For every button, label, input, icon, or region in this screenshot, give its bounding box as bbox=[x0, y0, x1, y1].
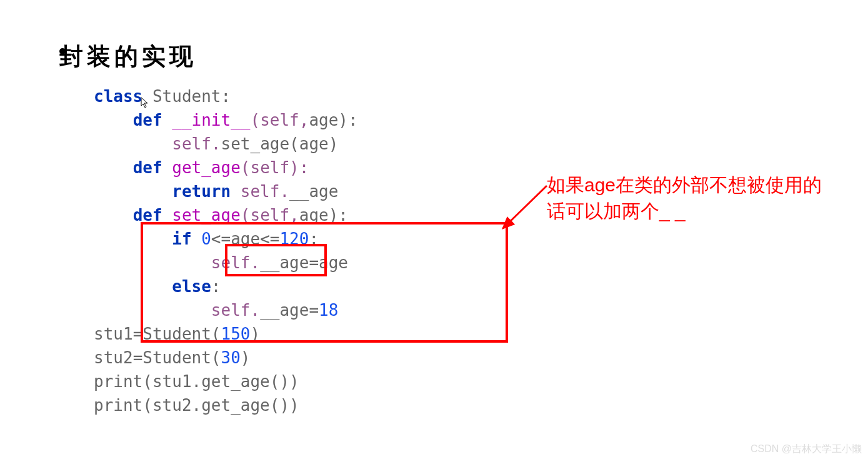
keyword: class bbox=[94, 87, 142, 106]
param: (self): bbox=[241, 158, 309, 177]
paren: ) bbox=[241, 348, 251, 367]
method: get_age bbox=[201, 372, 270, 391]
operator: <= bbox=[260, 230, 279, 248]
self-ref: self. bbox=[172, 134, 221, 153]
func-call: print bbox=[94, 396, 142, 415]
func-call: print bbox=[94, 372, 142, 391]
self-ref: self. bbox=[211, 253, 260, 272]
paren: ()) bbox=[270, 396, 299, 415]
method: get_age bbox=[201, 396, 270, 415]
operator: = bbox=[309, 301, 319, 320]
self-ref: self. bbox=[211, 301, 260, 320]
punct: : bbox=[211, 277, 221, 296]
param: age): bbox=[309, 111, 357, 129]
keyword: return bbox=[172, 182, 231, 201]
var: age bbox=[319, 253, 348, 272]
annotation-line: 话可以加两个_ _ bbox=[547, 201, 686, 221]
operator: <= bbox=[211, 230, 231, 248]
operator: = bbox=[309, 253, 319, 272]
number: 150 bbox=[221, 325, 251, 343]
paren: ( bbox=[211, 325, 221, 343]
var: stu1 bbox=[94, 325, 133, 343]
watermark: CSDN @吉林大学王小懒 bbox=[751, 443, 862, 456]
keyword: def bbox=[133, 158, 162, 177]
code-text: Student: bbox=[142, 87, 231, 106]
number: 18 bbox=[319, 301, 338, 320]
code-block: class Student: def __init__(self,age): s… bbox=[94, 84, 358, 417]
param: (self, bbox=[250, 111, 309, 129]
param: (self, bbox=[241, 206, 299, 224]
args: (age) bbox=[289, 134, 338, 153]
keyword: def bbox=[133, 206, 162, 224]
paren: ) bbox=[250, 325, 260, 343]
heading: 封装的实现 bbox=[59, 41, 197, 73]
paren: ( bbox=[211, 348, 221, 367]
function-name: get_age bbox=[162, 158, 241, 177]
method-call: set_age bbox=[221, 134, 290, 153]
number: 120 bbox=[279, 230, 309, 248]
number: 30 bbox=[221, 348, 241, 367]
function-name: __init__ bbox=[162, 111, 251, 129]
var: stu2 bbox=[94, 348, 133, 367]
punct: : bbox=[309, 230, 319, 248]
class-call: Student bbox=[142, 325, 211, 343]
operator: = bbox=[133, 348, 143, 367]
param: age): bbox=[299, 206, 348, 224]
args: (stu1. bbox=[142, 372, 201, 391]
annotation-text: 如果age在类的外部不想被使用的 话可以加两个_ _ bbox=[547, 172, 822, 224]
keyword: else bbox=[172, 277, 211, 296]
operator: = bbox=[133, 325, 143, 343]
keyword: def bbox=[133, 111, 162, 129]
attr: __age bbox=[260, 253, 309, 272]
keyword: if bbox=[172, 230, 191, 248]
attr: __age bbox=[289, 182, 338, 201]
class-call: Student bbox=[142, 348, 211, 367]
number: 0 bbox=[192, 230, 211, 248]
function-name: set_age bbox=[162, 206, 241, 224]
paren: ()) bbox=[270, 372, 299, 391]
self-ref: self. bbox=[231, 182, 289, 201]
attr: __age bbox=[260, 301, 309, 320]
args: (stu2. bbox=[142, 396, 201, 415]
var: age bbox=[231, 230, 260, 248]
annotation-line: 如果age在类的外部不想被使用的 bbox=[547, 174, 822, 195]
svg-line-1 bbox=[503, 186, 547, 228]
